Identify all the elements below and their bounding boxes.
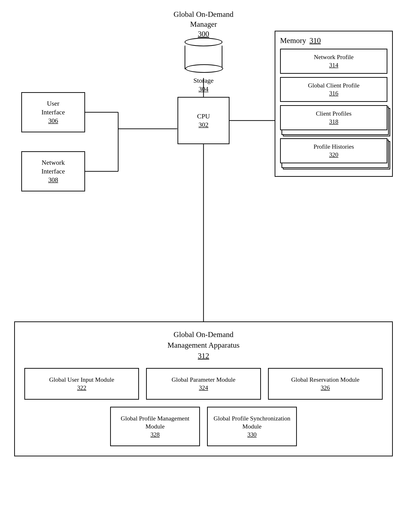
global-profile-synchronization-module: Global Profile Synchronization Module 33… (207, 407, 297, 446)
global-reservation-module: Global Reservation Module 326 (268, 368, 383, 400)
memory-box: Memory 310 Network Profile 314 Global Cl… (275, 31, 393, 177)
memory-title: Memory 310 (280, 36, 387, 45)
storage-number: 304 (180, 85, 227, 93)
storage-label: Storage (180, 76, 227, 85)
ni-number: 308 (48, 176, 58, 184)
user-interface-box: UserInterface 306 (21, 92, 85, 132)
cpu-box: CPU 302 (178, 97, 229, 144)
modules-row-1: Global User Input Module 322 Global Para… (24, 368, 383, 400)
modules-row-2: Global Profile Management Module 328 Glo… (24, 407, 383, 446)
storage-block: Storage 304 (180, 38, 227, 94)
global-client-profile-box: Global Client Profile 316 (280, 77, 387, 102)
global-user-input-module: Global User Input Module 322 (24, 368, 139, 400)
global-profile-management-module: Global Profile Management Module 328 (110, 407, 200, 446)
ni-label: NetworkInterface (41, 158, 65, 176)
cpu-label: CPU (197, 112, 210, 121)
profile-histories-box: Profile Histories 320 (280, 138, 387, 167)
ui-number: 306 (48, 117, 58, 125)
page-title: Global On-Demand Manager 300 (173, 9, 233, 39)
client-profiles-box: Client Profiles 318 (280, 105, 387, 133)
cpu-number: 302 (199, 121, 208, 129)
global-parameter-module: Global Parameter Module 324 (146, 368, 261, 400)
godma-box: Global On-Demand Management Apparatus 31… (14, 321, 393, 456)
network-profile-box: Network Profile 314 (280, 49, 387, 74)
ui-label: UserInterface (41, 99, 65, 117)
storage-cylinder (185, 38, 222, 69)
godma-title: Global On-Demand Management Apparatus 31… (24, 329, 383, 361)
network-interface-box: NetworkInterface 308 (21, 151, 85, 191)
